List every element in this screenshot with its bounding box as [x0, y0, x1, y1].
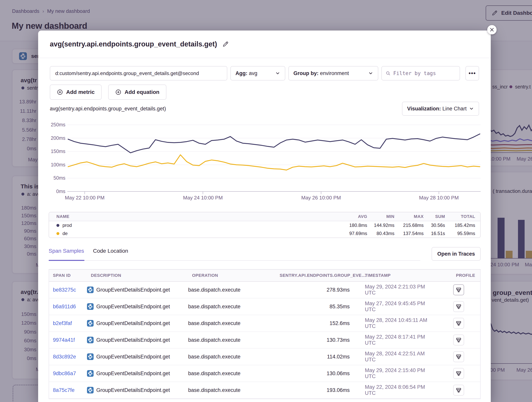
span-operation: base.dispatch.execute [188, 304, 276, 310]
col-max: MAX [399, 214, 429, 219]
profile-button[interactable] [453, 368, 464, 379]
span-operation: base.dispatch.execute [188, 371, 276, 377]
aggregate-select[interactable]: Agg: avg [230, 66, 285, 80]
tabs-row: Span Samples Code Location Open in Trace… [49, 246, 481, 262]
plus-circle-icon [57, 89, 63, 95]
profile-icon [456, 354, 462, 360]
col-description: DESCRIPTION [87, 273, 188, 278]
metric-query-value[interactable] [55, 70, 222, 76]
close-modal-button[interactable] [487, 25, 497, 34]
span-id-link[interactable]: 9974a41f [53, 337, 75, 343]
profile-button[interactable] [453, 284, 464, 295]
python-icon [87, 353, 94, 360]
x-tick-label: May 26 10:00 PM [290, 195, 352, 201]
profile-icon [456, 387, 462, 393]
add-buttons-row: Add metric Add equation [50, 85, 166, 100]
agg-value: avg [249, 70, 257, 76]
summary-row[interactable]: de97.69ms80.43ms137.54ms16.51s95.59ms [49, 229, 480, 238]
y-tick-label: 50ms [53, 175, 65, 181]
tag-filter-field[interactable] [393, 70, 456, 76]
edit-title-pencil-icon[interactable] [222, 41, 229, 47]
profile-button[interactable] [453, 318, 464, 329]
add-metric-button[interactable]: Add metric [50, 85, 101, 100]
col-total: TOTAL [450, 214, 480, 219]
series-dot [57, 224, 59, 227]
span-operation: base.dispatch.execute [188, 287, 276, 293]
col-sum: SUM [429, 214, 450, 219]
main-line-chart[interactable] [67, 122, 481, 200]
sample-row: 8a75c7feGroupEventDetailsEndpoint.getbas… [49, 382, 480, 399]
modal-header: avg(sentry.api.endpoints.group_event_det… [38, 31, 491, 58]
span-timestamp: May 22, 2024 8:06:54 PM UTC [350, 384, 436, 396]
span-description: GroupEventDetailsEndpoint.get [96, 371, 170, 377]
y-tick-label: 250ms [51, 122, 65, 128]
y-tick-label: 0ms [56, 189, 65, 194]
sample-row: 8d3c892eGroupEventDetailsEndpoint.getbas… [49, 349, 480, 365]
agg-label: Agg: [235, 70, 247, 76]
open-in-traces-button[interactable]: Open in Traces [432, 247, 481, 261]
group-by-select[interactable]: Group by: environment [288, 66, 378, 80]
profile-icon [456, 304, 462, 309]
visualization-select[interactable]: Visualization: Line Chart [402, 102, 479, 116]
x-tick-label: May 22 10:00 PM [53, 195, 116, 201]
add-equation-button[interactable]: Add equation [108, 85, 166, 100]
chevron-down-icon [275, 71, 280, 76]
python-icon [87, 337, 94, 343]
span-operation: base.dispatch.execute [188, 320, 276, 326]
summary-row[interactable]: prod180.8ms144.92ms215.68ms30.56s185.42m… [49, 221, 480, 229]
profile-icon [456, 287, 462, 293]
metric-query-input[interactable] [50, 66, 227, 80]
active-tab-underline [49, 260, 84, 261]
col-metric-value: SENTRY.API.ENDPOINTS.GROUP_EVE… [276, 273, 350, 278]
tag-filter-input[interactable] [381, 66, 460, 80]
span-id-link[interactable]: b6a911d6 [53, 304, 76, 309]
col-name: NAME [49, 214, 343, 219]
series-name: de [63, 231, 68, 236]
series-avg: 180.8ms [343, 223, 372, 228]
span-description: GroupEventDetailsEndpoint.get [96, 320, 170, 326]
span-metric-value: 278.93ms [276, 287, 350, 293]
add-equation-label: Add equation [125, 89, 159, 95]
span-description: GroupEventDetailsEndpoint.get [96, 337, 170, 343]
chart-header: avg(sentry.api.endpoints.group_event_det… [50, 102, 479, 116]
col-operation: OPERATION [188, 273, 276, 278]
col-profile: PROFILE [436, 273, 481, 278]
span-id-link[interactable]: be83275c [53, 287, 76, 293]
profile-button[interactable] [453, 351, 464, 362]
profile-button[interactable] [453, 301, 464, 312]
modal-title: avg(sentry.api.endpoints.group_event_det… [50, 40, 217, 48]
series-sum: 16.51s [429, 231, 450, 236]
profile-button[interactable] [453, 385, 464, 396]
span-id-link[interactable]: 8d3c892e [53, 354, 76, 360]
span-metric-value: 130.73ms [276, 337, 350, 343]
col-min: MIN [372, 214, 399, 219]
add-metric-label: Add metric [66, 89, 95, 95]
x-tick-label: May 24 10:00 PM [172, 195, 234, 201]
series-dot [57, 232, 59, 235]
visualization-label: Visualization: [407, 106, 441, 111]
series-max: 137.54ms [399, 231, 429, 236]
profile-button[interactable] [453, 334, 464, 346]
span-samples-table: SPAN ID DESCRIPTION OPERATION SENTRY.API… [49, 269, 481, 399]
plus-circle-icon [115, 89, 121, 95]
tab-span-samples[interactable]: Span Samples [49, 248, 84, 254]
sample-row: b6a911d6GroupEventDetailsEndpoint.getbas… [49, 298, 480, 315]
series-summary-table: NAME AVG MIN MAX SUM TOTAL prod180.8ms14… [49, 212, 481, 238]
more-options-button[interactable]: ••• [465, 66, 479, 80]
span-id-link[interactable]: b2ef3faf [53, 320, 72, 326]
span-metric-value: 114.02ms [276, 354, 350, 360]
span-timestamp: May 28, 2024 4:22:51 AM UTC [350, 351, 436, 363]
summary-table-body: prod180.8ms144.92ms215.68ms30.56s185.42m… [49, 221, 480, 238]
span-operation: base.dispatch.execute [188, 337, 276, 343]
span-id-link[interactable]: 8a75c7fe [53, 387, 75, 393]
series-max: 215.68ms [399, 223, 429, 228]
span-description: GroupEventDetailsEndpoint.get [96, 287, 170, 293]
tab-code-location[interactable]: Code Location [93, 248, 128, 254]
span-id-link[interactable]: 9dbc86a7 [53, 371, 76, 376]
span-timestamp: May 29, 2024 2:21:03 PM UTC [350, 284, 436, 296]
python-icon [87, 286, 94, 293]
col-timestamp: TIMESTAMP [350, 273, 436, 278]
sample-row: 9dbc86a7GroupEventDetailsEndpoint.getbas… [49, 365, 480, 382]
span-operation: base.dispatch.execute [188, 354, 276, 360]
group-by-value: environment [320, 70, 349, 76]
